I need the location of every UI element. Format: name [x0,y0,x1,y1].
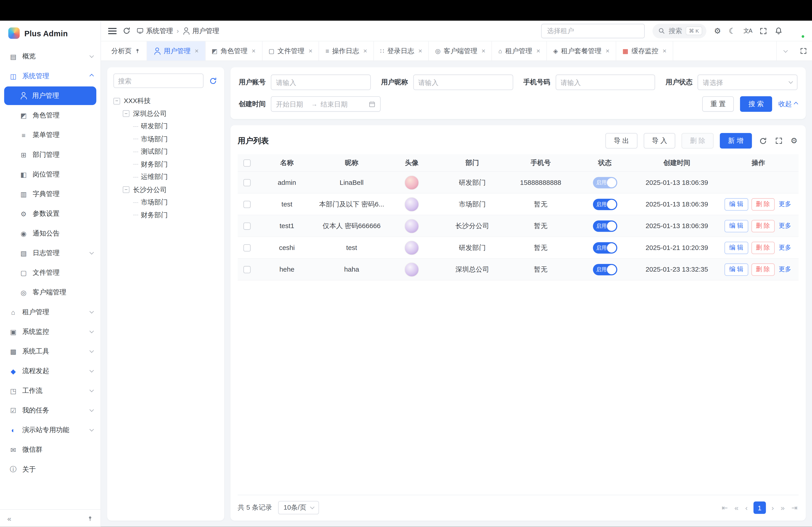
dark-mode-moon-button[interactable]: ☾ [729,27,736,34]
close-icon[interactable]: × [481,48,485,54]
status-toggle[interactable]: 启用 [593,264,617,275]
phone-input[interactable] [561,78,650,86]
sidebar-item-post-management[interactable]: ◧ 岗位管理 [0,165,100,184]
add-user-button[interactable]: 新 增 [720,133,752,149]
translate-button[interactable]: 文A [743,28,752,34]
sidebar-item-workflow[interactable]: ◳ 工作流 [0,381,100,401]
tree-node-changsha-branch[interactable]: − 长沙分公司 [114,183,218,196]
tree-node-finance-dept-2[interactable]: 财务部门 [114,209,218,221]
import-button[interactable]: 导 入 [643,133,675,149]
edit-button[interactable]: 编 辑 [724,241,748,254]
tree-node-ops-dept[interactable]: 运维部门 [114,171,218,183]
row-checkbox[interactable] [243,244,250,252]
row-checkbox[interactable] [243,201,250,208]
reset-button[interactable]: 重 置 [702,96,734,112]
tree-node-rd-dept[interactable]: 研发部门 [114,120,218,133]
hamburger-menu-icon[interactable] [108,28,117,34]
table-refresh-button[interactable] [758,137,768,145]
content-fullscreen-button[interactable] [794,41,812,61]
pin-icon[interactable] [135,48,140,54]
prev-page-button[interactable]: ‹ [744,504,749,511]
table-fullscreen-button[interactable] [774,137,783,144]
sidebar-item-my-tasks[interactable]: ☑ 我的任务 [0,401,100,420]
delete-button[interactable]: 删 除 [751,198,774,210]
select-all-checkbox[interactable] [243,160,250,167]
tenant-select-input[interactable] [541,24,645,38]
first-page-button[interactable]: ⇤ [721,504,729,511]
more-button[interactable]: 更多 [778,241,792,254]
sidebar-item-system-management[interactable]: ◫ 系统管理 [0,66,100,86]
notifications-bell-button[interactable] [775,27,782,34]
close-icon[interactable]: × [195,48,199,54]
edit-button[interactable]: 编 辑 [724,198,748,210]
tab-file-management[interactable]: ▢ 文件管理 × [262,42,319,61]
tab-user-management[interactable]: 用户管理 × [147,42,205,61]
breadcrumb-user-management[interactable]: 用户管理 [183,26,219,35]
tree-search-input[interactable] [114,74,203,88]
close-icon[interactable]: × [536,48,540,54]
account-input[interactable] [276,78,366,86]
jump-back-button[interactable]: « [734,504,740,511]
sidebar-item-process-start[interactable]: ◆ 流程发起 [0,361,100,381]
start-date-input[interactable] [276,100,308,108]
tab-role-management[interactable]: ◩ 角色管理 × [205,42,262,61]
date-range-picker[interactable]: → [271,96,381,112]
status-toggle[interactable]: 启用 [593,198,617,210]
breadcrumb-system[interactable]: 系统管理 [137,26,173,35]
end-date-input[interactable] [320,100,352,108]
pin-sidebar-icon[interactable] [87,515,93,522]
refresh-page-button[interactable] [123,27,130,34]
status-toggle[interactable]: 启用 [593,177,617,188]
sidebar-item-role-management[interactable]: ◩ 角色管理 [0,105,100,125]
sidebar-item-file-management[interactable]: ▢ 文件管理 [0,263,100,283]
export-button[interactable]: 导 出 [605,133,637,149]
sidebar-item-menu-management[interactable]: ≡ 菜单管理 [0,125,100,145]
more-button[interactable]: 更多 [778,263,792,275]
fullscreen-button[interactable] [760,27,767,34]
tab-client-management[interactable]: ◎ 客户端管理 × [429,42,492,61]
sidebar-item-notice[interactable]: ◉ 通知公告 [0,224,100,243]
jump-forward-button[interactable]: » [780,504,786,511]
delete-button[interactable]: 删 除 [751,220,774,232]
collapse-node-icon[interactable]: − [123,110,129,117]
sidebar-item-user-management[interactable]: 用户管理 [4,86,96,105]
collapse-sidebar-button[interactable]: « [7,514,11,523]
edit-button[interactable]: 编 辑 [724,263,748,275]
close-icon[interactable]: × [308,48,313,54]
sidebar-item-system-tools[interactable]: ▩ 系统工具 [0,342,100,361]
current-page-button[interactable]: 1 [753,501,766,514]
collapse-node-icon[interactable]: − [114,97,120,104]
tab-tenant-package-management[interactable]: ◈ 租户套餐管理 × [547,42,616,61]
sidebar-item-system-monitor[interactable]: ▣ 系统监控 [0,322,100,342]
settings-gear-button[interactable]: ⚙ [714,27,721,34]
tree-node-market-dept-2[interactable]: 市场部门 [114,196,218,209]
tree-refresh-button[interactable] [208,76,218,86]
delete-button[interactable]: 删 除 [751,263,774,275]
close-icon[interactable]: × [606,48,609,54]
status-toggle[interactable]: 启用 [593,220,617,232]
tab-analysis[interactable]: 分析页 [105,42,147,61]
tab-operation-log[interactable]: ≡ 操作日志 × [319,42,374,61]
tab-tenant-management[interactable]: ⌂ 租户管理 × [492,42,547,61]
sidebar-item-client-management[interactable]: ◎ 客户端管理 [0,283,100,302]
global-search-button[interactable]: 搜索 ⌘ K [653,24,707,38]
sidebar-item-wechat-group[interactable]: ✉ 微信群 [0,440,100,460]
collapse-node-icon[interactable]: − [123,186,129,193]
row-checkbox[interactable] [243,266,250,273]
more-button[interactable]: 更多 [778,198,792,210]
bulk-delete-button[interactable]: 删 除 [682,133,713,149]
tab-cache-monitor[interactable]: ▦ 缓存监控 × [616,42,673,61]
user-avatar[interactable] [791,24,805,38]
close-icon[interactable]: × [252,48,256,54]
tree-node-company[interactable]: − XXX科技 [114,95,218,107]
sidebar-item-log-management[interactable]: ▧ 日志管理 [0,243,100,263]
row-checkbox[interactable] [243,223,250,230]
more-button[interactable]: 更多 [778,220,792,232]
status-select[interactable] [698,75,798,90]
edit-button[interactable]: 编 辑 [724,220,748,232]
tree-node-shenzhen-hq[interactable]: − 深圳总公司 [114,107,218,120]
sidebar-item-about[interactable]: ⓘ 关于 [0,460,100,479]
delete-button[interactable]: 删 除 [751,241,774,254]
close-icon[interactable]: × [363,48,367,54]
close-icon[interactable]: × [663,48,666,54]
